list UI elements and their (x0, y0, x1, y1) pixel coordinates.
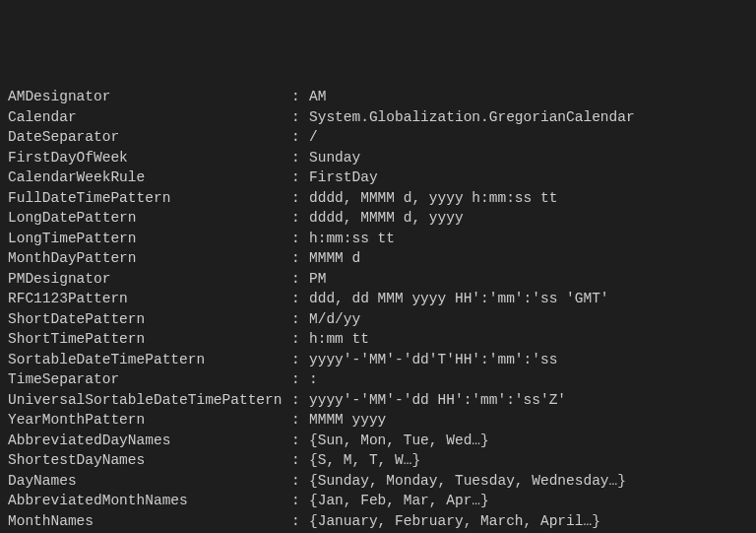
property-row: AMDesignator:AM (8, 87, 748, 107)
property-separator: : (291, 450, 309, 471)
console-output: AMDesignator:AMCalendar:System.Globaliza… (8, 87, 748, 533)
property-row: SortableDateTimePattern:yyyy'-'MM'-'dd'T… (8, 350, 748, 370)
property-row: MonthDayPattern:MMMM d (8, 248, 748, 269)
property-row: DayNames:{Sunday, Monday, Tuesday, Wedne… (8, 471, 748, 492)
property-value: M/d/yy (309, 311, 360, 327)
property-key: AbbreviatedMonthNames (8, 491, 291, 511)
property-separator: : (291, 511, 309, 532)
property-row: DateSeparator:/ (8, 127, 748, 148)
property-key: RFC1123Pattern (8, 289, 291, 309)
property-row: ShortDatePattern:M/d/yy (8, 309, 748, 330)
property-row: PMDesignator:PM (8, 269, 748, 290)
property-key: AMDesignator (8, 87, 291, 107)
property-key: ShortDatePattern (8, 309, 291, 330)
property-value: FirstDay (309, 169, 378, 185)
property-key: PMDesignator (8, 269, 291, 290)
property-separator: : (291, 148, 309, 168)
property-row: RFC1123Pattern:ddd, dd MMM yyyy HH':'mm'… (8, 289, 748, 309)
property-row: AbbreviatedMonthNames:{Jan, Feb, Mar, Ap… (8, 491, 748, 511)
property-value: {Sun, Mon, Tue, Wed…} (309, 433, 489, 448)
property-separator: : (291, 208, 309, 229)
property-key: FirstDayOfWeek (8, 148, 291, 168)
property-row: FullDateTimePattern:dddd, MMMM d, yyyy h… (8, 188, 748, 209)
property-key: MonthNames (8, 511, 291, 532)
property-value: yyyy'-'MM'-'dd HH':'mm':'ss'Z' (309, 392, 566, 408)
property-separator: : (291, 329, 309, 350)
property-key: LongTimePattern (8, 229, 291, 249)
property-value: dddd, MMMM d, yyyy (309, 210, 464, 226)
property-separator: : (291, 248, 309, 269)
property-value: h:mm tt (309, 331, 369, 347)
property-key: ShortestDayNames (8, 450, 291, 471)
property-key: DayNames (8, 471, 291, 492)
property-separator: : (291, 229, 309, 249)
property-separator: : (291, 390, 309, 411)
property-row: UniversalSortableDateTimePattern:yyyy'-'… (8, 390, 748, 411)
property-row: LongDatePattern:dddd, MMMM d, yyyy (8, 208, 748, 229)
property-separator: : (291, 350, 309, 370)
property-key: YearMonthPattern (8, 410, 291, 431)
property-separator: : (291, 167, 309, 188)
property-key: MonthDayPattern (8, 248, 291, 269)
property-value: ddd, dd MMM yyyy HH':'mm':'ss 'GMT' (309, 291, 609, 306)
property-key: ShortTimePattern (8, 329, 291, 350)
property-key: Calendar (8, 107, 291, 128)
property-row: MonthNames:{January, February, March, Ap… (8, 511, 748, 532)
property-key: FullDateTimePattern (8, 188, 291, 209)
property-value: PM (309, 271, 326, 287)
property-value: / (309, 129, 318, 145)
property-key: TimeSeparator (8, 369, 291, 390)
property-row: ShortestDayNames:{S, M, T, W…} (8, 450, 748, 471)
property-key: DateSeparator (8, 127, 291, 148)
property-separator: : (291, 188, 309, 209)
property-separator: : (291, 127, 309, 148)
property-value: {S, M, T, W…} (309, 452, 420, 468)
property-row: FirstDayOfWeek:Sunday (8, 148, 748, 168)
property-value: {January, February, March, April…} (309, 513, 600, 529)
property-value: yyyy'-'MM'-'dd'T'HH':'mm':'ss (309, 352, 557, 367)
property-key: AbbreviatedDayNames (8, 431, 291, 451)
property-value: {Sunday, Monday, Tuesday, Wednesday…} (309, 473, 626, 489)
property-value: dddd, MMMM d, yyyy h:mm:ss tt (309, 190, 557, 206)
property-key: LongDatePattern (8, 208, 291, 229)
property-key: UniversalSortableDateTimePattern (8, 390, 291, 411)
property-row: TimeSeparator:: (8, 369, 748, 390)
property-separator: : (291, 369, 309, 390)
property-value: AM (309, 89, 326, 104)
property-row: YearMonthPattern:MMMM yyyy (8, 410, 748, 431)
property-separator: : (291, 87, 309, 107)
property-separator: : (291, 269, 309, 290)
property-row: ShortTimePattern:h:mm tt (8, 329, 748, 350)
property-key: CalendarWeekRule (8, 167, 291, 188)
property-separator: : (291, 410, 309, 431)
property-value: MMMM yyyy (309, 412, 386, 428)
property-value: Sunday (309, 150, 360, 166)
property-value: System.Globalization.GregorianCalendar (309, 109, 635, 125)
property-separator: : (291, 431, 309, 451)
property-row: Calendar:System.Globalization.GregorianC… (8, 107, 748, 128)
property-separator: : (291, 107, 309, 128)
property-value: : (309, 371, 318, 387)
property-row: LongTimePattern:h:mm:ss tt (8, 229, 748, 249)
property-value: {Jan, Feb, Mar, Apr…} (309, 493, 489, 508)
property-value: MMMM d (309, 250, 360, 266)
property-separator: : (291, 471, 309, 492)
property-separator: : (291, 289, 309, 309)
property-row: CalendarWeekRule:FirstDay (8, 167, 748, 188)
property-row: AbbreviatedDayNames:{Sun, Mon, Tue, Wed…… (8, 431, 748, 451)
property-key: SortableDateTimePattern (8, 350, 291, 370)
property-separator: : (291, 491, 309, 511)
property-separator: : (291, 309, 309, 330)
property-value: h:mm:ss tt (309, 231, 395, 246)
